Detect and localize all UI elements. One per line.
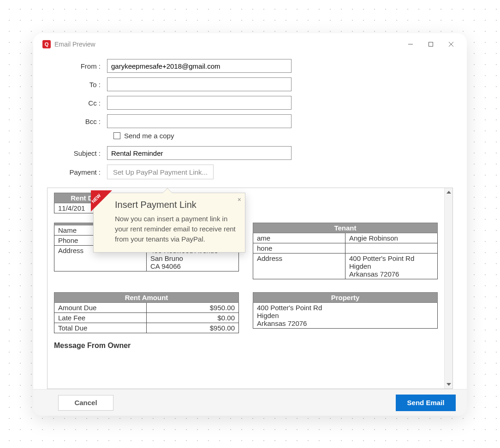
subject-label: Subject : xyxy=(47,149,107,157)
late-fee-label: Late Fee xyxy=(54,313,147,323)
from-input[interactable] xyxy=(107,59,292,73)
tenant-header: Tenant xyxy=(253,223,438,233)
rent-amount-header: Rent Amount xyxy=(54,293,239,303)
new-ribbon-icon: NEW xyxy=(91,190,112,212)
scroll-down-icon[interactable] xyxy=(445,380,452,389)
scroll-up-icon[interactable] xyxy=(445,188,452,196)
bcc-label: Bcc : xyxy=(47,118,107,125)
cc-input[interactable] xyxy=(107,96,292,110)
tenant-phone-value xyxy=(345,243,438,253)
popover-close-icon[interactable]: × xyxy=(238,196,241,203)
cc-label: Cc : xyxy=(47,99,107,107)
total-due-label: Total Due xyxy=(54,323,147,333)
to-input[interactable] xyxy=(107,77,292,91)
send-copy-checkbox[interactable] xyxy=(113,132,120,139)
tenant-address-value: 400 Potter's Point Rd Higden Arkansas 72… xyxy=(345,253,438,279)
setup-paypal-button[interactable]: Set Up PayPal Payment Link... xyxy=(107,165,214,179)
send-email-button[interactable]: Send Email xyxy=(396,395,456,411)
to-label: To : xyxy=(47,81,107,88)
amount-due-label: Amount Due xyxy=(54,303,147,313)
payment-label: Payment : xyxy=(47,168,107,176)
minimize-button[interactable] xyxy=(400,37,421,52)
popover-body: Now you can insert a payment link in you… xyxy=(115,214,238,244)
popover-title: Insert Payment Link xyxy=(115,200,238,210)
setup-paypal-button-label: Set Up PayPal Payment Link... xyxy=(113,168,208,176)
svg-marker-4 xyxy=(446,191,451,194)
tenant-address-label: Address xyxy=(253,253,345,279)
maximize-button[interactable] xyxy=(421,37,441,52)
titlebar: Q Email Preview xyxy=(33,33,467,55)
svg-rect-1 xyxy=(429,42,433,47)
from-label: From : xyxy=(47,62,107,70)
property-header: Property xyxy=(253,293,438,303)
cancel-button[interactable]: Cancel xyxy=(58,395,113,411)
tenant-table: Tenant ame Angie Robinson hone xyxy=(253,223,438,279)
window: Q Email Preview From : To : xyxy=(33,33,467,416)
send-copy-label: Send me a copy xyxy=(124,132,174,140)
svg-marker-5 xyxy=(446,383,451,386)
total-due-value: $950.00 xyxy=(147,323,239,333)
tenant-name-label: ame xyxy=(253,233,345,243)
dialog-footer: Cancel Send Email xyxy=(33,389,467,416)
tenant-name-value: Angie Robinson xyxy=(345,233,438,243)
insert-payment-link-popover: NEW × Insert Payment Link Now you can in… xyxy=(93,193,245,253)
window-title: Email Preview xyxy=(54,41,95,48)
amount-due-value: $950.00 xyxy=(147,303,239,313)
property-address: 400 Potter's Point Rd Higden Arkansas 72… xyxy=(253,303,438,329)
subject-input[interactable] xyxy=(107,146,292,160)
message-from-owner-header: Message From Owner xyxy=(54,342,438,350)
send-email-button-label: Send Email xyxy=(407,399,445,407)
preview-scrollbar[interactable] xyxy=(444,188,452,389)
property-table: Property 400 Potter's Point Rd Higden Ar… xyxy=(253,292,438,329)
svg-marker-6 xyxy=(91,190,112,212)
close-button[interactable] xyxy=(441,37,461,52)
cancel-button-label: Cancel xyxy=(74,399,97,407)
late-fee-value: $0.00 xyxy=(147,313,239,323)
rent-amount-table: Rent Amount Amount Due $950.00 Late Fee … xyxy=(54,292,239,333)
tenant-phone-label: hone xyxy=(253,243,345,253)
app-logo-icon: Q xyxy=(42,40,51,48)
bcc-input[interactable] xyxy=(107,114,292,128)
